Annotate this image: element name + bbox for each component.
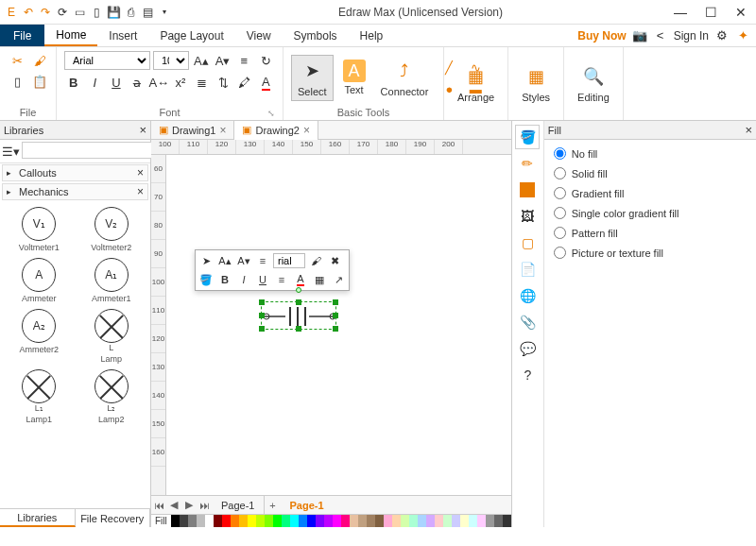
tab-insert[interactable]: Insert <box>97 25 148 46</box>
color-swatch[interactable] <box>503 515 511 527</box>
arrange-tool[interactable]: ▦Arrange <box>452 61 500 105</box>
color-swatch[interactable] <box>486 515 494 527</box>
libraries-close-icon[interactable]: × <box>139 123 146 137</box>
mini-line-icon[interactable]: ≡ <box>273 271 290 288</box>
color-swatch[interactable] <box>443 515 452 527</box>
copy-icon[interactable]: ▯ <box>8 72 26 91</box>
rotate-icon[interactable]: ↻ <box>256 51 275 70</box>
color-swatch[interactable] <box>222 515 231 527</box>
color-swatch[interactable] <box>188 515 197 527</box>
tab-symbols[interactable]: Symbols <box>283 25 349 46</box>
color-swatch[interactable] <box>460 515 469 527</box>
color-swatch[interactable] <box>290 515 299 527</box>
hyperlink-panel-icon[interactable]: 🌐 <box>515 283 540 308</box>
align-icon[interactable]: ≡ <box>234 51 253 70</box>
mini-shadow-icon[interactable]: ▦ <box>311 271 328 288</box>
drawing-canvas[interactable]: ➤ A▴ A▾ ≡ 🖌 ✖ 🪣 B I U ≡ A <box>166 155 511 495</box>
color-swatch[interactable] <box>282 515 290 527</box>
drawing1-close-icon[interactable]: × <box>219 124 226 137</box>
redo-icon[interactable]: ↷ <box>38 5 53 20</box>
fill-option[interactable]: No fill <box>554 147 747 160</box>
color-swatch[interactable] <box>477 515 486 527</box>
comment-panel-icon[interactable]: 💬 <box>515 336 540 361</box>
sign-in-link[interactable]: Sign In <box>674 29 709 43</box>
library-shape[interactable]: V₂Voltmeter2 <box>77 205 147 254</box>
mini-select-icon[interactable]: ➤ <box>198 252 215 269</box>
edraw-logo-icon[interactable]: ✦ <box>735 28 750 43</box>
color-swatch[interactable] <box>375 515 384 527</box>
fill-option[interactable]: Picture or texture fill <box>554 247 747 259</box>
select-tool[interactable]: ➤Select <box>291 55 334 100</box>
library-shape[interactable]: L₂Lamp2 <box>77 367 147 426</box>
shrink-font-icon[interactable]: A▾ <box>214 51 232 70</box>
tab-view[interactable]: View <box>235 25 283 46</box>
styles-tool[interactable]: ▦Styles <box>516 61 556 105</box>
library-shape[interactable]: A₁Ammeter1 <box>77 256 147 305</box>
color-swatch[interactable] <box>384 515 392 527</box>
share-icon[interactable]: < <box>653 28 668 43</box>
text-tool[interactable]: AText <box>337 58 371 97</box>
font-size-combo[interactable]: 10 <box>153 51 189 70</box>
font-color-icon[interactable]: A <box>257 73 276 92</box>
refresh-icon[interactable]: ⟳ <box>55 5 70 20</box>
minimize-icon[interactable]: — <box>669 5 692 20</box>
color-swatch[interactable] <box>418 515 426 527</box>
open-icon[interactable]: ▯ <box>89 5 104 20</box>
library-cat-mechanics[interactable]: ▸Mechanics× <box>2 183 148 200</box>
fill-option[interactable]: Pattern fill <box>554 227 747 239</box>
color-swatch[interactable] <box>231 515 239 527</box>
color-swatch[interactable] <box>392 515 401 527</box>
page-panel-icon[interactable]: 📄 <box>515 257 540 282</box>
mini-more-icon[interactable]: ↗ <box>330 271 347 288</box>
library-search-input[interactable] <box>22 142 160 159</box>
left-tab-file-recovery[interactable]: File Recovery <box>76 509 151 527</box>
line-spacing-icon[interactable]: ⇅ <box>214 73 232 92</box>
library-cat-callouts[interactable]: ▸Callouts× <box>2 164 148 181</box>
mini-underline-icon[interactable]: U <box>254 271 271 288</box>
fill-option[interactable]: Gradient fill <box>554 187 747 199</box>
color-swatch[interactable] <box>248 515 256 527</box>
tab-home[interactable]: Home <box>44 25 97 46</box>
paste-icon[interactable]: 📋 <box>30 72 49 91</box>
rotate-handle[interactable] <box>296 287 301 293</box>
buy-now-link[interactable]: Buy Now <box>577 29 626 43</box>
font-name-combo[interactable]: Arial <box>64 51 150 70</box>
maximize-icon[interactable]: ☐ <box>699 5 722 20</box>
save-icon[interactable]: 💾 <box>106 5 121 20</box>
color-swatch[interactable] <box>180 515 188 527</box>
export-icon[interactable]: ▤ <box>140 5 155 20</box>
color-swatch[interactable] <box>316 515 324 527</box>
page-tab-1[interactable]: Page-1 <box>212 500 264 511</box>
highlight-icon[interactable]: 🖍 <box>235 73 254 92</box>
color-swatch[interactable] <box>469 515 477 527</box>
color-swatch[interactable] <box>435 515 443 527</box>
mini-italic-icon[interactable]: I <box>235 271 252 288</box>
color-swatch[interactable] <box>239 515 248 527</box>
cut-icon[interactable]: ✂ <box>8 51 26 70</box>
color-swatch[interactable] <box>214 515 222 527</box>
doc-tab-drawing1[interactable]: ▣Drawing1× <box>151 121 234 140</box>
line-panel-icon[interactable]: ✏ <box>515 151 540 176</box>
new-icon[interactable]: ▭ <box>72 5 87 20</box>
tab-page-layout[interactable]: Page Layout <box>148 25 234 46</box>
super-sub-icon[interactable]: x² <box>171 73 190 92</box>
fill-panel-icon[interactable]: 🪣 <box>515 125 540 149</box>
library-shape[interactable]: A₂Ammeter2 <box>4 307 75 366</box>
color-swatch[interactable] <box>205 515 214 527</box>
library-shape[interactable]: AAmmeter <box>4 256 75 305</box>
color-swatch[interactable] <box>256 515 265 527</box>
library-shape[interactable]: LLamp <box>77 307 147 366</box>
doc-tab-drawing2[interactable]: ▣Drawing2× <box>234 121 318 140</box>
library-shape[interactable]: V₁Voltmeter1 <box>4 205 75 254</box>
color-swatch[interactable] <box>350 515 358 527</box>
color-swatch[interactable] <box>273 515 282 527</box>
qat-dropdown-icon[interactable]: ▾ <box>157 5 172 20</box>
file-menu[interactable]: File <box>0 25 44 46</box>
fill-panel-close-icon[interactable]: × <box>745 123 752 137</box>
mini-fill-icon[interactable]: 🪣 <box>198 271 215 288</box>
tab-help[interactable]: Help <box>349 25 395 46</box>
mini-grow-font-icon[interactable]: A▴ <box>216 252 233 269</box>
drawing2-close-icon[interactable]: × <box>303 124 310 137</box>
color-swatch[interactable] <box>358 515 367 527</box>
bold-icon[interactable]: B <box>64 73 83 92</box>
